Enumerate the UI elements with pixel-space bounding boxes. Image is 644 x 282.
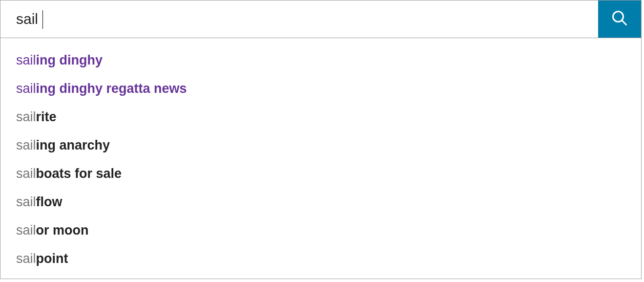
suggestion-prefix: sail bbox=[16, 138, 36, 152]
suggestion-item[interactable]: sailboats for sale bbox=[0, 159, 641, 188]
suggestion-completion: flow bbox=[36, 195, 62, 209]
suggestion-completion: or moon bbox=[36, 223, 89, 238]
suggestion-item[interactable]: sailor moon bbox=[0, 216, 641, 244]
search-suggestions-dropdown: sailing dinghysailing dinghy regatta new… bbox=[0, 38, 642, 279]
suggestion-prefix: sail bbox=[16, 166, 36, 181]
text-caret bbox=[42, 10, 43, 29]
suggestion-prefix: sail bbox=[16, 109, 36, 124]
svg-line-1 bbox=[622, 21, 626, 25]
search-button[interactable] bbox=[598, 0, 641, 38]
search-input-wrapper[interactable]: sail bbox=[0, 0, 598, 38]
suggestion-item[interactable]: sailing dinghy bbox=[0, 46, 641, 74]
suggestion-completion: ing anarchy bbox=[36, 138, 110, 152]
suggestion-completion: point bbox=[36, 251, 68, 266]
suggestion-item[interactable]: sailflow bbox=[0, 188, 641, 216]
search-icon bbox=[611, 9, 628, 29]
search-input[interactable]: sail bbox=[16, 11, 38, 27]
suggestion-item[interactable]: sailing dinghy regatta news bbox=[0, 74, 641, 103]
suggestion-item[interactable]: sailrite bbox=[0, 103, 641, 131]
suggestion-completion: ing dinghy regatta news bbox=[36, 81, 187, 96]
suggestion-item[interactable]: sailpoint bbox=[0, 244, 641, 273]
suggestion-prefix: sail bbox=[16, 53, 36, 67]
suggestion-item[interactable]: sailing anarchy bbox=[0, 131, 641, 159]
search-bar: sail bbox=[0, 0, 642, 38]
suggestion-completion: rite bbox=[36, 109, 57, 124]
suggestion-prefix: sail bbox=[16, 223, 36, 238]
suggestion-prefix: sail bbox=[16, 81, 36, 96]
suggestion-completion: boats for sale bbox=[36, 166, 122, 181]
suggestion-completion: ing dinghy bbox=[36, 53, 103, 67]
suggestion-prefix: sail bbox=[16, 195, 36, 209]
search-container: sail sailing dinghysailing dinghy regatt… bbox=[0, 0, 642, 279]
suggestion-prefix: sail bbox=[16, 251, 36, 266]
